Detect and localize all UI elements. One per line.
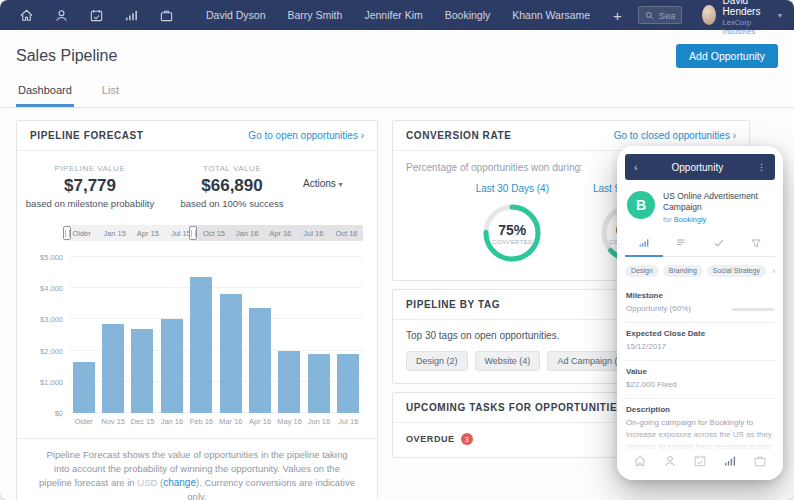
bar-series: [69, 257, 363, 413]
value-label: Value: [626, 367, 774, 376]
pipeline-value-caption: based on milestone probability: [19, 198, 161, 209]
opportunity-company: for Bookingly: [663, 215, 773, 224]
slider-tick-label: Jan 15: [98, 229, 131, 238]
currency-code: USD: [137, 477, 157, 488]
topbar-nav-item[interactable]: Khann Warsame: [501, 9, 601, 21]
pipeline-chart-icon[interactable]: [124, 8, 139, 23]
close-date-label: Expected Close Date: [626, 329, 774, 338]
pipeline-chart-icon[interactable]: [723, 454, 737, 468]
opportunity-tag-row: DesignBrandingSocial Strategy›: [625, 257, 775, 285]
bar-feb-16[interactable]: [190, 277, 212, 413]
company-link[interactable]: Bookingly: [674, 215, 707, 224]
topbar-nav-item[interactable]: Bookingly: [434, 9, 502, 21]
slider-tick-label: Jan 16: [231, 229, 264, 238]
pipeline-forecast-chart: $0$1,000$2,000$3,000$4,000$5,000: [69, 257, 363, 413]
chevron-down-icon: ▾: [778, 11, 782, 20]
tab-notes-icon[interactable]: [663, 233, 701, 257]
slider-handle-left[interactable]: [63, 226, 71, 240]
bar-nov-15[interactable]: [102, 324, 124, 413]
topbar-nav-item[interactable]: Barry Smith: [277, 9, 354, 21]
date-range-slider[interactable]: OlderJan 15Apr 15Jul 15Oct 15Jan 16Apr 1…: [65, 225, 363, 241]
opportunity-tag-pill[interactable]: Branding: [663, 265, 703, 277]
contacts-icon[interactable]: [54, 8, 69, 23]
total-value: $66,890: [161, 176, 303, 196]
y-axis-label: $1,000: [40, 377, 63, 386]
bar-jan-16[interactable]: [161, 319, 183, 413]
briefcase-icon[interactable]: [159, 8, 174, 23]
company-avatar: B: [627, 191, 655, 219]
bar-mar-16[interactable]: [220, 294, 242, 413]
add-opportunity-button[interactable]: Add Opportunity: [676, 44, 778, 68]
slider-tick-label: Oct 15: [197, 229, 230, 238]
home-icon[interactable]: [633, 454, 647, 468]
bar-jul-16[interactable]: [337, 354, 359, 413]
slider-handle-right[interactable]: [189, 226, 197, 240]
opportunity-tag-pill[interactable]: Design: [625, 265, 659, 277]
slider-tick-label: Oct 16: [330, 229, 363, 238]
bar-dec-15[interactable]: [131, 329, 153, 413]
page-header: Sales Pipeline Add Opportunity: [0, 30, 794, 72]
contacts-icon[interactable]: [663, 454, 677, 468]
y-axis-label: $0: [55, 409, 63, 418]
topbar-nav-item[interactable]: David Dyson: [195, 9, 277, 21]
opportunity-card-title: Opportunity: [671, 162, 723, 173]
tab-tasks-check-icon[interactable]: [700, 233, 738, 257]
actions-dropdown[interactable]: Actions ▾: [303, 164, 367, 209]
briefcase-icon[interactable]: [753, 454, 767, 468]
change-currency-link[interactable]: change: [163, 477, 196, 488]
tab-list[interactable]: List: [100, 78, 121, 107]
pipeline-value-label: PIPELINE VALUE: [19, 164, 161, 173]
opportunity-tag-pill[interactable]: Social Strategy: [707, 265, 766, 277]
description-label: Description: [626, 405, 774, 414]
page-title: Sales Pipeline: [16, 47, 117, 65]
tag-pill[interactable]: Design (2): [406, 351, 468, 371]
forecast-footnote: Pipeline Forecast shows the value of opp…: [17, 438, 377, 500]
total-value-caption: based on 100% success: [161, 198, 303, 209]
user-profile[interactable]: David Henders LexCorp Industries ▾: [702, 0, 782, 36]
last-30-days-link[interactable]: Last 30 Days (4): [476, 183, 549, 194]
x-axis-label: May 16: [275, 417, 304, 426]
open-opportunities-link[interactable]: Go to open opportunities ›: [248, 130, 364, 141]
pipeline-value-stat: PIPELINE VALUE $7,779 based on milestone…: [19, 164, 161, 209]
opportunity-name: US Online Advertisement Campaign: [663, 191, 773, 214]
pipeline-by-tag-title: PIPELINE BY TAG: [406, 299, 500, 310]
user-company: LexCorp Industries: [723, 18, 767, 36]
donut-chart-30: 75% CONVERTED: [481, 202, 543, 264]
x-axis-label: Nov 15: [98, 417, 127, 426]
calendar-icon[interactable]: [89, 8, 104, 23]
add-tab-button[interactable]: +: [613, 8, 622, 23]
y-axis-label: $3,000: [40, 315, 63, 324]
search-input[interactable]: [659, 10, 675, 21]
tab-activity-chart-icon[interactable]: [625, 233, 663, 257]
bar-older[interactable]: [73, 362, 95, 413]
bar-may-16[interactable]: [278, 351, 300, 413]
value-field: Value $22,000 Fixed: [625, 360, 775, 398]
chevron-right-icon[interactable]: ›: [772, 266, 775, 276]
back-icon[interactable]: ‹: [634, 161, 638, 173]
tab-dashboard[interactable]: Dashboard: [16, 78, 74, 107]
donut-30-days: Last 30 Days (4) 75% CONVERTED: [476, 183, 549, 264]
bar-jun-16[interactable]: [308, 354, 330, 413]
forecast-stats: PIPELINE VALUE $7,779 based on milestone…: [17, 151, 377, 213]
pipeline-value: $7,779: [19, 176, 161, 196]
tab-funnel-icon[interactable]: [738, 233, 776, 257]
page-tabs: Dashboard List: [0, 72, 794, 108]
x-axis-label: Dec 15: [128, 417, 157, 426]
tag-pill[interactable]: Website (4): [475, 351, 541, 371]
y-axis-label: $2,000: [40, 346, 63, 355]
home-icon[interactable]: [19, 8, 34, 23]
calendar-icon[interactable]: [693, 454, 707, 468]
total-value-label: TOTAL VALUE: [161, 164, 303, 173]
search-icon: [645, 11, 654, 20]
donut-30-percent: 75%: [498, 222, 526, 238]
y-axis-label: $4,000: [40, 284, 63, 293]
kebab-menu-icon[interactable]: ⋮: [757, 162, 766, 172]
bar-apr-16[interactable]: [249, 308, 271, 413]
opportunity-profile: B US Online Advertisement Campaign for B…: [625, 180, 775, 233]
chevron-down-icon: ▾: [339, 180, 343, 189]
milestone-value: Opportunity (60%): [626, 303, 691, 315]
slider-tick-label: Apr 15: [131, 229, 164, 238]
topbar-nav-item[interactable]: Jennifer Kim: [353, 9, 433, 21]
closed-opportunities-link[interactable]: Go to closed opportunities ›: [614, 130, 736, 141]
overdue-count-badge: 3: [461, 433, 473, 445]
